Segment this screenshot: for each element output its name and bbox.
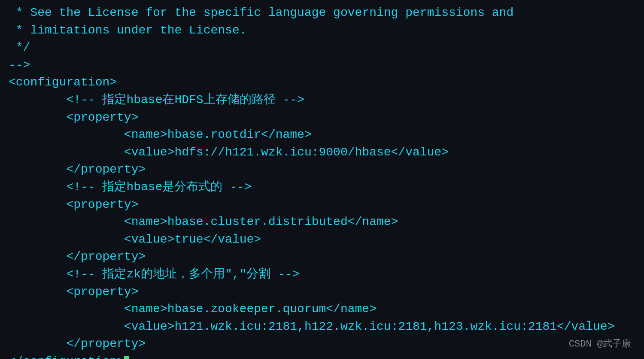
code-line-line20: </property> bbox=[9, 335, 635, 353]
code-line-line7: <property> bbox=[9, 109, 635, 127]
code-line-line10: </property> bbox=[9, 161, 635, 179]
code-line-line4: --> bbox=[9, 57, 635, 74]
code-line-line11: <!-- 指定hbase是分布式的 --> bbox=[9, 179, 635, 196]
code-line-line13: <name>hbase.cluster.distributed</name> bbox=[9, 213, 635, 231]
code-line-line8: <name>hbase.rootdir</name> bbox=[9, 126, 635, 144]
code-line-line5: <configuration> bbox=[9, 74, 635, 91]
code-line-line16: <!-- 指定zk的地址，多个用","分割 --> bbox=[9, 266, 635, 283]
code-line-line2: * limitations under the License. bbox=[9, 22, 635, 40]
code-line-line18: <name>hbase.zookeeper.quorum</name> bbox=[9, 301, 635, 318]
watermark: CSDN @武子康 bbox=[569, 338, 631, 351]
code-line-line21: </configuration> bbox=[9, 353, 635, 359]
code-line-line9: <value>hdfs://h121.wzk.icu:9000/hbase</v… bbox=[9, 144, 635, 161]
code-line-line1: * See the License for the specific langu… bbox=[9, 4, 635, 22]
code-line-line17: <property> bbox=[9, 283, 635, 301]
code-editor: * See the License for the specific langu… bbox=[0, 0, 644, 359]
code-line-line12: <property> bbox=[9, 196, 635, 214]
code-line-line14: <value>true</value> bbox=[9, 231, 635, 249]
code-line-line15: </property> bbox=[9, 248, 635, 266]
lines-container: * See the License for the specific langu… bbox=[9, 4, 635, 359]
code-line-line6: <!-- 指定hbase在HDFS上存储的路径 --> bbox=[9, 91, 635, 109]
code-line-line3: */ bbox=[9, 39, 635, 57]
code-line-line19: <value>h121.wzk.icu:2181,h122.wzk.icu:21… bbox=[9, 318, 635, 336]
text-cursor bbox=[124, 356, 129, 359]
